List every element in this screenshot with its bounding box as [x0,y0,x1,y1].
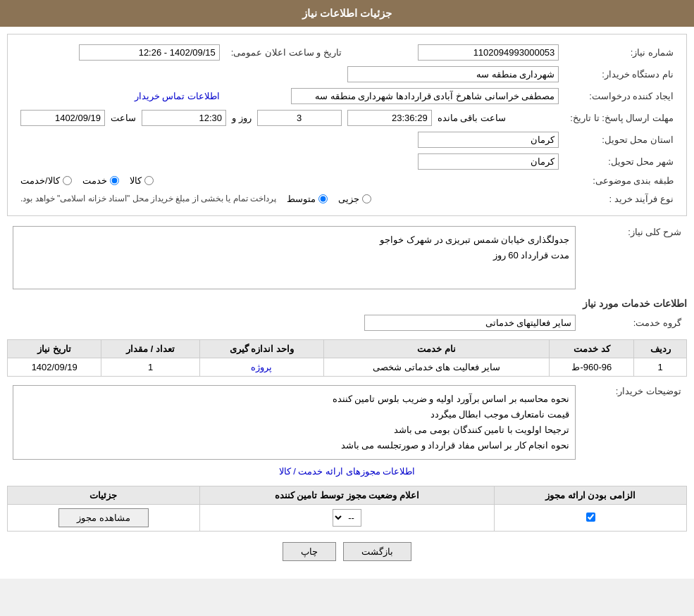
header-row: ردیف کد خدمت نام خدمت واحد اندازه گیری ت… [8,340,687,358]
table-row: استان محل تحویل: کرمان [15,129,679,151]
creator-contact-link[interactable]: اطلاعات تماس خریدار [135,91,220,101]
need-number-field: 1102094993000053 [418,44,559,61]
days-label: روز و [232,113,252,123]
purchase-type-partial: جزیی [338,194,371,204]
status-select[interactable]: -- [333,509,361,527]
footer-buttons: بازگشت چاپ [7,532,687,572]
table-row: 1 960-96-ط سایر فعالیت های خدماتی شخصی پ… [8,358,687,377]
need-number-value: 1102094993000053 [347,42,564,63]
description-field: جدولگذاری خیابان شمس تبریزی در شهرک خواج… [13,226,576,289]
info-section: شماره نیاز: 1102094993000053 تاریخ و ساع… [7,34,687,216]
group-table: گروه خدمت: سایر فعالیتهای خدماتی [7,312,687,334]
header-row: الزامی بودن ارائه مجوز اعلام وضعیت مجوز … [8,486,687,505]
back-button[interactable]: بازگشت [343,542,411,561]
purchase-medium-radio[interactable] [318,194,328,203]
creator-value: مصطفی خراسانی شاهرخ آبادی قراردادها شهرد… [225,85,564,107]
buyer-desc-value: نحوه محاسبه بر اساس برآورد اولیه و ضریب … [7,382,581,463]
buyer-org-label: نام دستگاه خریدار: [564,63,679,85]
category-khedmat-radio[interactable] [110,176,119,185]
city-value: کرمان [15,151,564,172]
col-mandatory: الزامی بودن ارائه مجوز [495,486,687,505]
cell-service-name: سایر فعالیت های خدماتی شخصی [323,358,550,377]
city-field: کرمان [418,153,559,170]
time-label: ساعت [111,113,136,123]
category-kala-radio[interactable] [144,176,154,185]
desc-line-2: مدت قرارداد 60 روز [19,248,569,263]
status-cell: -- [199,505,494,532]
deadline-days-field: 3 [257,110,342,126]
purchase-partial-label: جزیی [338,194,359,204]
print-button[interactable]: چاپ [283,542,336,561]
col-need-date: تاریخ نیاز [8,340,101,358]
table-row: شهر محل تحویل: کرمان [15,151,679,172]
buyer-desc-line-2: قیمت نامتعارف موجب ابطال میگردد [19,407,569,422]
table-row: گروه خدمت: سایر فعالیتهای خدماتی [7,312,687,334]
city-label: شهر محل تحویل: [564,151,679,172]
table-row: نام دستگاه خریدار: شهرداری منطقه سه [15,63,679,85]
category-label: طبقه بندی موضوعی: [564,172,679,189]
announce-datetime-value: 1402/09/15 - 12:26 [15,42,225,63]
table-row: مهلت ارسال پاسخ: تا تاریخ: 1402/09/19 سا… [15,107,679,129]
announce-datetime-label: تاریخ و ساعت اعلان عمومی: [225,42,347,63]
remaining-label: ساعت باقی مانده [438,113,506,123]
category-kala-khedmat-radio[interactable] [63,176,72,185]
buyer-desc-line-4: نحوه انجام کار بر اساس مفاد قرارداد و صو… [19,438,569,453]
group-label: گروه خدمت: [581,312,687,334]
province-field: کرمان [418,132,559,148]
permit-table-header: الزامی بودن ارائه مجوز اعلام وضعیت مجوز … [8,486,687,505]
deadline-time-field: 12:30 [142,110,226,126]
table-row: شرح کلی نیاز: جدولگذاری خیابان شمس تبریز… [7,223,687,292]
purchase-partial-radio[interactable] [362,194,371,203]
creator-label: ایجاد کننده درخواست: [564,85,679,107]
col-row-num: ردیف [634,340,687,358]
col-unit: واحد اندازه گیری [199,340,323,358]
category-radio-group: کالا/خدمت خدمت کالا [20,175,559,186]
announce-datetime-field: 1402/09/15 - 12:26 [79,44,220,61]
category-kala-label: کالا [130,175,142,186]
permit-info-link[interactable]: اطلاعات مجوزهای ارائه خدمت / کالا [7,463,687,480]
creator-link-cell: اطلاعات تماس خریدار [15,85,225,107]
details-cell: مشاهده مجوز [8,505,200,532]
permit-link[interactable]: اطلاعات مجوزهای ارائه خدمت / کالا [279,466,416,477]
services-data-table: ردیف کد خدمت نام خدمت واحد اندازه گیری ت… [7,339,687,377]
date-label: مهلت ارسال پاسخ: تا تاریخ: [564,107,679,129]
description-value: جدولگذاری خیابان شمس تبریزی در شهرک خواج… [7,223,581,292]
cell-quantity: 1 [101,358,199,377]
description-label: شرح کلی نیاز: [581,223,687,292]
buyer-desc-table: توضیحات خریدار: نحوه محاسبه بر اساس برآو… [7,382,687,463]
col-status: اعلام وضعیت مجوز توسط تامین کننده [199,486,494,505]
purchase-medium-label: متوسط [287,194,316,204]
category-kala-khedmat-label: کالا/خدمت [20,175,60,186]
need-number-label: شماره نیاز: [564,42,679,63]
col-service-code: کد خدمت [550,340,634,358]
deadline-date-field: 1402/09/19 [20,110,105,126]
view-permit-button[interactable]: مشاهده مجوز [58,508,149,527]
col-details: جزئیات [8,486,200,505]
table-row: شماره نیاز: 1102094993000053 تاریخ و ساع… [15,42,679,63]
buyer-org-field: شهرداری منطقه سه [347,66,559,82]
category-option-kala-khedmat: کالا/خدمت [20,175,72,186]
cell-service-code: 960-96-ط [550,358,634,377]
mandatory-checkbox[interactable] [586,513,595,522]
table-row: طبقه بندی موضوعی: کالا/خدمت خدمت [15,172,679,189]
category-radio: کالا/خدمت خدمت کالا [15,172,564,189]
buyer-desc-field: نحوه محاسبه بر اساس برآورد اولیه و ضریب … [13,385,576,460]
cell-unit: پروژه [199,358,323,377]
purchase-type-medium: متوسط [287,194,328,204]
purchase-type-label: نوع فرآیند خرید : [564,189,679,208]
deadline-inline: 1402/09/19 ساعت 12:30 روز و 3 23:36:29 س… [20,110,559,126]
province-value: کرمان [15,129,564,151]
buyer-desc-line-3: ترجیحا اولویت با تامین کنندگان بومی می ب… [19,422,569,438]
purchase-notice: پرداخت تمام یا بخشی از مبلغ خریداز محل "… [20,191,276,206]
services-table-body: 1 960-96-ط سایر فعالیت های خدماتی شخصی پ… [8,358,687,377]
creator-field: مصطفی خراسانی شاهرخ آبادی قراردادها شهرد… [291,88,559,104]
description-table: شرح کلی نیاز: جدولگذاری خیابان شمس تبریز… [7,223,687,292]
page-title: جزئیات اطلاعات نیاز [302,7,392,19]
remaining-time-field: 23:36:29 [347,110,432,126]
table-row: نوع فرآیند خرید : پرداخت تمام یا بخشی از… [15,189,679,208]
cell-need-date: 1402/09/19 [8,358,101,377]
permit-table: الزامی بودن ارائه مجوز اعلام وضعیت مجوز … [7,486,687,532]
col-quantity: تعداد / مقدار [101,340,199,358]
mandatory-cell [495,505,687,532]
col-service-name: نام خدمت [323,340,550,358]
